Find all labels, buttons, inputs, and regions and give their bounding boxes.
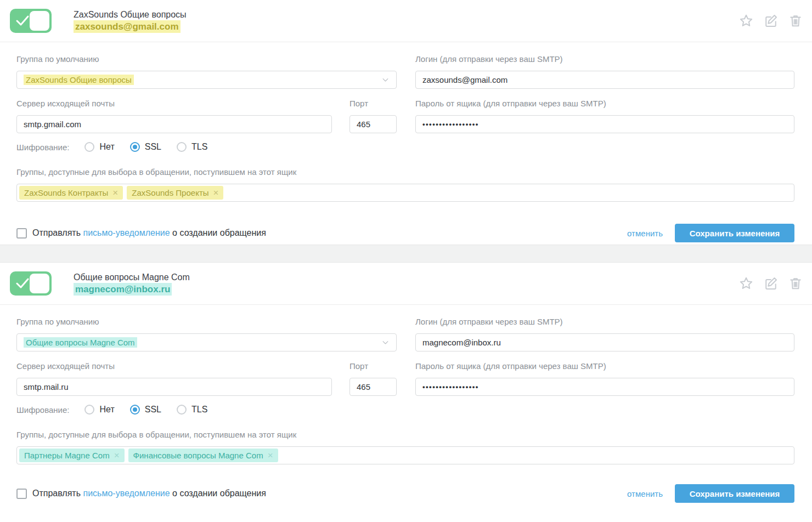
encryption-radio-ssl[interactable]: SSL	[130, 142, 161, 152]
star-icon	[738, 13, 754, 29]
password-label: Пароль от ящика (для отправки через ваш …	[415, 99, 794, 108]
chevron-down-icon	[381, 338, 390, 347]
tag-chip: Партнеры Magne Com×	[19, 449, 125, 462]
toggle-knob	[30, 274, 49, 293]
tag-chip: ZaxSounds Проекты×	[127, 186, 223, 200]
check-icon	[15, 277, 30, 290]
panel-email: zaxsounds@gmail.com	[74, 20, 181, 33]
notify-text: Отправлять письмо-уведомление о создании…	[32, 489, 266, 498]
default-group-value: Общие вопросы Magne Com	[24, 337, 137, 348]
notify-checkbox[interactable]	[16, 489, 27, 499]
login-label: Логин (для отправки через ваш SMTP)	[415, 317, 794, 326]
default-group-label: Группа по умолчанию	[16, 317, 397, 326]
delete-button[interactable]	[788, 13, 803, 29]
default-group-select[interactable]: ZaxSounds Общие вопросы	[16, 71, 397, 89]
edit-pencil-icon	[763, 276, 779, 291]
mailbox-panel-2: Общие вопросы Magne Com magnecom@inbox.r…	[0, 263, 812, 519]
panel-title: ZaxSounds Общие вопросы	[74, 9, 738, 20]
radio-circle	[177, 405, 187, 415]
remove-tag-icon[interactable]: ×	[213, 188, 219, 197]
favorite-star-button[interactable]	[738, 13, 754, 29]
favorite-star-button[interactable]	[738, 276, 754, 291]
encryption-label: Шифрование:	[16, 143, 69, 152]
edit-button[interactable]	[763, 276, 779, 291]
mailbox-panel-1: ZaxSounds Общие вопросы zaxsounds@gmail.…	[0, 0, 812, 245]
login-input[interactable]	[415, 333, 794, 351]
groups-label: Группы, доступные для выбора в обращении…	[16, 430, 794, 439]
radio-circle	[177, 142, 187, 152]
remove-tag-icon[interactable]: ×	[112, 188, 118, 197]
save-button[interactable]: Сохранить изменения	[675, 224, 794, 242]
encryption-radio-none[interactable]: Нет	[84, 405, 114, 415]
cancel-button[interactable]: отменить	[627, 229, 663, 238]
trash-icon	[788, 13, 803, 29]
star-icon	[738, 276, 754, 291]
tag-chip: Финансовые вопросы Magne Com×	[128, 449, 278, 462]
encryption-label: Шифрование:	[16, 405, 69, 415]
panel-title: Общие вопросы Magne Com	[74, 271, 738, 283]
trash-icon	[788, 276, 803, 291]
check-icon	[15, 14, 30, 27]
tag-chip: ZaxSounds Контракты×	[19, 186, 123, 200]
panel-header: ZaxSounds Общие вопросы zaxsounds@gmail.…	[0, 0, 812, 42]
encryption-radio-ssl[interactable]: SSL	[130, 405, 161, 415]
radio-circle	[84, 142, 94, 152]
password-input[interactable]	[415, 115, 794, 133]
toggle-knob	[30, 11, 49, 31]
groups-label: Группы, доступные для выбора в обращении…	[16, 167, 794, 177]
notify-link[interactable]: письмо-уведомление	[83, 489, 170, 498]
panel-email: magnecom@inbox.ru	[74, 283, 172, 296]
enable-toggle[interactable]	[10, 271, 52, 296]
port-input[interactable]	[349, 378, 397, 396]
encryption-radio-none[interactable]: Нет	[84, 142, 114, 152]
default-group-value: ZaxSounds Общие вопросы	[24, 75, 134, 85]
remove-tag-icon[interactable]: ×	[114, 451, 120, 460]
panel-header: Общие вопросы Magne Com magnecom@inbox.r…	[0, 263, 812, 305]
radio-circle	[84, 405, 94, 415]
default-group-label: Группа по умолчанию	[16, 54, 397, 64]
encryption-radio-tls[interactable]: TLS	[177, 405, 207, 415]
notify-checkbox[interactable]	[16, 228, 27, 239]
edit-button[interactable]	[763, 13, 779, 29]
remove-tag-icon[interactable]: ×	[268, 451, 273, 460]
notify-text: Отправлять письмо-уведомление о создании…	[32, 228, 266, 238]
encryption-radio-tls[interactable]: TLS	[177, 142, 207, 152]
chevron-down-icon	[381, 76, 390, 84]
groups-tags-input[interactable]: Партнеры Magne Com× Финансовые вопросы M…	[16, 446, 794, 464]
radio-circle-checked	[130, 142, 140, 152]
port-label: Порт	[349, 99, 397, 108]
server-label: Сервер исходящей почты	[16, 99, 332, 108]
server-label: Сервер исходящей почты	[16, 361, 332, 371]
port-label: Порт	[349, 361, 397, 371]
cancel-button[interactable]: отменить	[627, 489, 663, 498]
edit-pencil-icon	[763, 13, 779, 29]
port-input[interactable]	[349, 115, 397, 133]
save-button[interactable]: Сохранить изменения	[675, 484, 794, 503]
login-label: Логин (для отправки через ваш SMTP)	[415, 54, 794, 64]
groups-tags-input[interactable]: ZaxSounds Контракты× ZaxSounds Проекты×	[16, 184, 794, 202]
radio-circle-checked	[130, 405, 140, 415]
notify-link[interactable]: письмо-уведомление	[83, 228, 170, 237]
server-input[interactable]	[16, 378, 332, 396]
section-divider	[0, 245, 812, 263]
login-input[interactable]	[415, 71, 794, 89]
enable-toggle[interactable]	[10, 9, 52, 33]
delete-button[interactable]	[788, 276, 803, 291]
server-input[interactable]	[16, 115, 332, 133]
default-group-select[interactable]: Общие вопросы Magne Com	[16, 333, 397, 351]
password-label: Пароль от ящика (для отправки через ваш …	[415, 361, 794, 371]
password-input[interactable]	[415, 378, 794, 396]
